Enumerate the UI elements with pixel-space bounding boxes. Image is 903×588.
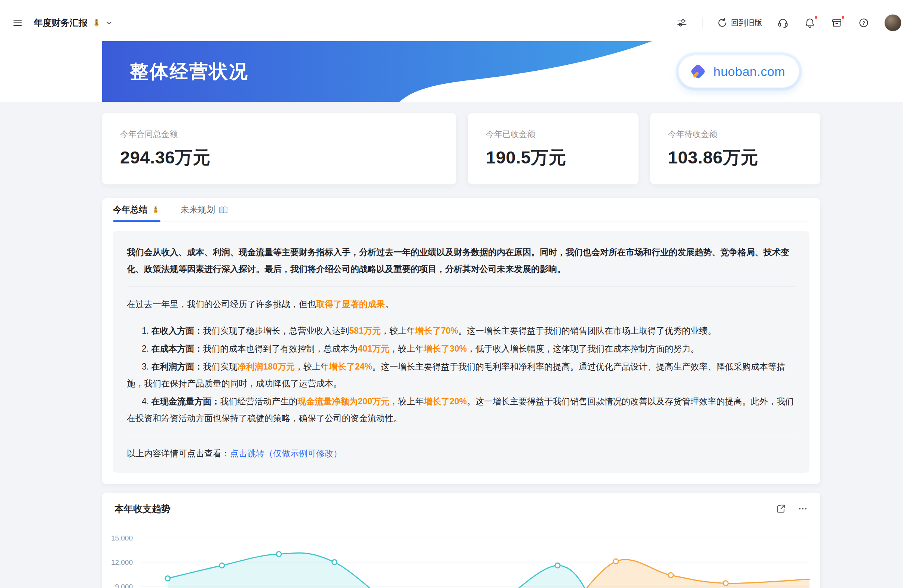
banner-title: 整体经营状况 <box>130 41 249 102</box>
tab-bar: 今年总结 $ 未来规划 <box>113 198 810 222</box>
resource-box-badge <box>840 15 845 20</box>
hamburger-menu-icon <box>12 17 23 28</box>
stat-card-received: 今年已收金额 190.5万元 <box>468 113 639 184</box>
svg-text:?: ? <box>862 20 865 25</box>
help-icon: ? <box>858 17 869 28</box>
svg-text:$: $ <box>154 209 157 212</box>
sliders-icon <box>676 17 687 28</box>
summary-footer-label: 以上内容详情可点击查看： <box>127 448 230 458</box>
money-bag-icon: $ <box>91 17 102 28</box>
resource-box-button[interactable] <box>831 16 843 29</box>
back-to-old-version-button[interactable]: 回到旧版 <box>717 17 762 28</box>
tab-future-plan[interactable]: 未来规划 <box>181 198 228 222</box>
topbar: 年度财务汇报 $ 回到旧版 <box>0 0 903 41</box>
tab-this-year-summary[interactable]: 今年总结 $ <box>113 198 160 222</box>
restore-icon <box>717 17 728 28</box>
open-external-button[interactable] <box>775 502 787 515</box>
stat-label: 今年已收金额 <box>486 129 621 140</box>
trend-line-chart: 15,00012,0009,000 <box>102 519 820 588</box>
tab-label: 未来规划 <box>181 204 215 215</box>
huoban-logo-badge[interactable]: huoban.com <box>678 55 799 88</box>
main-content: 整体经营状况 huoban.com 今年合同总金额 294.36万元 今年已收金… <box>0 41 903 588</box>
stat-value: 190.5万元 <box>486 146 621 170</box>
summary-list-item: 4. 在现金流量方面：我们经营活动产生的现金流量净额为200万元，较上年增长了2… <box>127 393 796 427</box>
sliders-settings-button[interactable] <box>676 16 688 29</box>
help-button[interactable]: ? <box>857 16 870 29</box>
chart-title: 本年收支趋势 <box>115 503 171 515</box>
external-link-icon <box>776 503 787 514</box>
huoban-logo-text: huoban.com <box>713 64 785 79</box>
chart-header: 本年收支趋势 <box>102 493 820 515</box>
stats-row: 今年合同总金额 294.36万元 今年已收金额 190.5万元 今年待收金额 1… <box>102 113 820 184</box>
stat-value: 294.36万元 <box>120 146 438 170</box>
banner-section: 整体经营状况 huoban.com <box>0 41 903 102</box>
stat-label: 今年待收金额 <box>668 129 803 140</box>
ellipsis-icon <box>797 503 809 514</box>
topbar-divider <box>703 17 703 28</box>
svg-text:$: $ <box>95 22 98 26</box>
stat-value: 103.86万元 <box>668 146 803 170</box>
stat-card-contract-total: 今年合同总金额 294.36万元 <box>102 113 456 184</box>
notifications-button[interactable] <box>804 16 816 29</box>
headset-icon <box>777 17 788 28</box>
notification-badge <box>813 15 818 20</box>
huoban-logo-icon <box>687 61 708 82</box>
svg-text:12,000: 12,000 <box>111 558 133 566</box>
summary-card: 今年总结 $ 未来规划 我们会从收入、成本、利润、现金流量等主要财务指标入手，分… <box>102 198 820 484</box>
back-to-old-version-label: 回到旧版 <box>731 17 762 28</box>
window-top-divider <box>0 5 903 5</box>
summary-lead: 在过去一年里，我们的公司经历了许多挑战，但也取得了显著的成果。 <box>127 296 796 313</box>
summary-list-item: 2. 在成本方面：我们的成本也得到了有效控制，总成本为401万元，较上年增长了3… <box>127 340 796 357</box>
summary-list-item: 1. 在收入方面：我们实现了稳步增长，总营业收入达到581万元，较上年增长了70… <box>127 322 796 339</box>
hamburger-menu-button[interactable] <box>11 16 24 29</box>
stat-card-pending: 今年待收金额 103.86万元 <box>650 113 821 184</box>
divider <box>127 286 796 287</box>
chevron-down-icon <box>105 19 113 27</box>
trend-chart-card: 本年收支趋势 15,00012,0009,000 <box>102 493 820 588</box>
user-avatar[interactable] <box>884 14 901 31</box>
more-options-button[interactable] <box>796 502 809 515</box>
summary-content-box: 我们会从收入、成本、利润、现金流量等主要财务指标入手，分析过去一年的业绩以及财务… <box>113 231 810 473</box>
summary-list-item: 3. 在利润方面：我们实现净利润180万元，较上年增长了24%。这一增长主要得益… <box>127 358 796 392</box>
summary-footer: 以上内容详情可点击查看：点击跳转（仅做示例可修改） <box>127 445 796 462</box>
summary-list: 1. 在收入方面：我们实现了稳步增长，总营业收入达到581万元，较上年增长了70… <box>127 322 796 427</box>
tab-label: 今年总结 <box>113 204 147 215</box>
page-title: 年度财务汇报 <box>34 17 88 29</box>
money-bag-icon: $ <box>151 205 160 215</box>
jump-link[interactable]: 点击跳转（仅做示例可修改） <box>230 448 342 458</box>
summary-intro: 我们会从收入、成本、利润、现金流量等主要财务指标入手，分析过去一年的业绩以及财务… <box>127 244 796 278</box>
open-book-icon <box>219 205 228 215</box>
svg-text:9,000: 9,000 <box>115 583 133 588</box>
divider <box>127 436 796 436</box>
stat-label: 今年合同总金额 <box>120 129 438 140</box>
support-headset-button[interactable] <box>777 16 789 29</box>
svg-text:15,000: 15,000 <box>111 534 133 542</box>
app-title-dropdown[interactable]: 年度财务汇报 $ <box>34 17 113 29</box>
